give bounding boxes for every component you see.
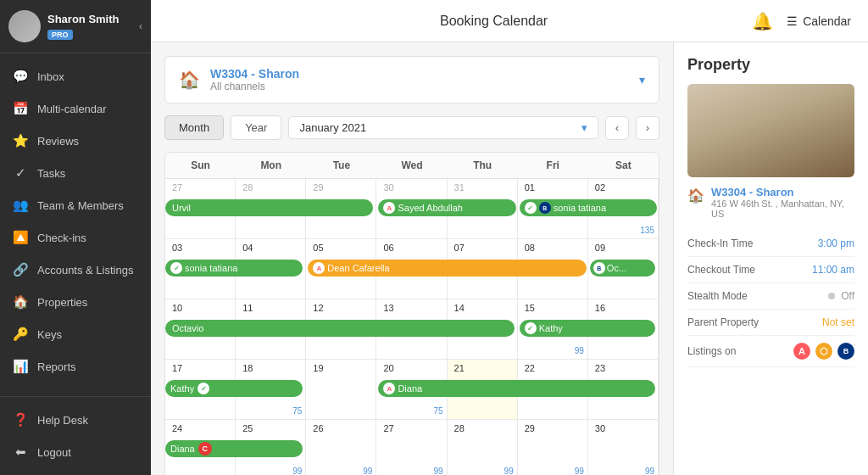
sidebar-item-accounts[interactable]: 🔗 Accounts & Listings bbox=[0, 254, 151, 286]
cal-cell[interactable]: 2075 bbox=[376, 360, 447, 419]
day-header-sun: Sun bbox=[165, 153, 236, 178]
property-selector[interactable]: 🏠 W3304 - Sharon All channels ▾ bbox=[164, 56, 659, 103]
checkout-time-row: Checkout Time 11:00 am bbox=[687, 257, 854, 283]
day-header-fri: Fri bbox=[518, 153, 588, 178]
day-header-wed: Wed bbox=[376, 153, 447, 178]
sidebar-item-keys[interactable]: 🔑 Keys bbox=[0, 318, 151, 350]
cal-cell[interactable]: 07 bbox=[448, 239, 518, 299]
team-icon: 👥 bbox=[12, 197, 29, 214]
sidebar-item-multi-calendar[interactable]: 📅 Multi-calendar bbox=[0, 92, 151, 125]
property-panel-title: Property bbox=[687, 56, 854, 74]
property-panel: Property 🏠 W3304 - Sharon 416 W 46th St.… bbox=[673, 42, 868, 475]
user-badge: PRO bbox=[47, 30, 73, 40]
sidebar-item-tasks[interactable]: ✓ Tasks bbox=[0, 157, 151, 189]
calendar-week-3: 10 11 12 13 14 1599 16 Octavio ✓ Kathy bbox=[165, 299, 659, 360]
cal-cell[interactable]: 12 bbox=[306, 299, 376, 359]
stealth-dot bbox=[828, 293, 835, 299]
sidebar-label-multi-calendar: Multi-calendar bbox=[37, 103, 107, 115]
sidebar-label-properties: Properties bbox=[37, 296, 87, 309]
property-dropdown-arrow[interactable]: ▾ bbox=[639, 73, 645, 87]
cal-cell[interactable]: 11 bbox=[236, 299, 306, 359]
page-title: Booking Calendar bbox=[440, 14, 548, 29]
calendar-week-5: 24 2599 2699 2799 2899 2999 3099 Diana C bbox=[165, 420, 659, 475]
property-info-name[interactable]: W3304 - Sharon bbox=[711, 186, 854, 198]
property-image-placeholder bbox=[687, 84, 854, 177]
avatar bbox=[8, 10, 41, 42]
cal-cell[interactable]: 31 bbox=[448, 179, 518, 238]
properties-icon: 🏠 bbox=[12, 293, 29, 310]
month-label: January 2021 bbox=[299, 121, 366, 134]
cal-cell[interactable]: 22 bbox=[518, 360, 588, 419]
booking-count: 135 bbox=[640, 226, 654, 235]
cal-cell[interactable]: 30 bbox=[376, 179, 447, 238]
accounts-icon: 🔗 bbox=[12, 261, 29, 278]
sidebar-item-properties[interactable]: 🏠 Properties bbox=[0, 286, 151, 318]
cal-cell[interactable]: 13 bbox=[376, 299, 447, 359]
cal-cell[interactable]: 3099 bbox=[588, 420, 659, 475]
cal-cell[interactable]: 06 bbox=[376, 239, 447, 299]
prev-month-button[interactable]: ‹ bbox=[605, 116, 629, 140]
sidebar-item-reports[interactable]: 📊 Reports bbox=[0, 350, 151, 383]
parent-property-label: Parent Property bbox=[687, 316, 759, 328]
cal-cell[interactable]: 16 bbox=[588, 299, 659, 359]
cal-cell[interactable]: 2999 bbox=[518, 420, 588, 475]
cal-cell[interactable]: 01 bbox=[518, 179, 588, 238]
cal-cell[interactable]: 03 bbox=[165, 239, 236, 299]
notifications-icon[interactable]: 🔔 bbox=[752, 11, 773, 31]
calendar-grid: Sun Mon Tue Wed Thu Fri Sat 27 28 29 30 … bbox=[164, 152, 659, 475]
sidebar-label-keys: Keys bbox=[37, 328, 62, 341]
sidebar-label-reports: Reports bbox=[37, 360, 76, 373]
cal-cell[interactable]: 2699 bbox=[306, 420, 376, 475]
tab-month[interactable]: Month bbox=[164, 115, 224, 140]
tab-year[interactable]: Year bbox=[231, 115, 281, 140]
header: Booking Calendar 🔔 ☰ Calendar bbox=[151, 0, 868, 42]
cal-cell[interactable]: 2599 bbox=[236, 420, 306, 475]
sidebar-footer: ❓ Help Desk ⬅ Logout bbox=[0, 396, 151, 475]
day-header-tue: Tue bbox=[306, 153, 376, 178]
sidebar-item-logout[interactable]: ⬅ Logout bbox=[0, 436, 151, 468]
collapse-button[interactable]: ‹ bbox=[139, 20, 142, 32]
sidebar-label-logout: Logout bbox=[37, 446, 71, 459]
cal-cell[interactable]: 23 bbox=[588, 360, 659, 419]
cal-cell[interactable]: 24 bbox=[165, 420, 236, 475]
cal-cell[interactable]: 02135 bbox=[588, 179, 659, 238]
booking-count: 99 bbox=[575, 467, 584, 475]
cal-cell[interactable]: 2899 bbox=[448, 420, 518, 475]
property-info-text: W3304 - Sharon 416 W 46th St. , Manhatta… bbox=[711, 186, 854, 219]
cal-cell[interactable]: 10 bbox=[165, 299, 236, 359]
cal-cell[interactable]: 28 bbox=[236, 179, 306, 238]
sidebar-item-reviews[interactable]: ⭐ Reviews bbox=[0, 125, 151, 157]
sidebar-label-tasks: Tasks bbox=[37, 167, 65, 180]
calendar-icon: 📅 bbox=[12, 100, 29, 117]
cal-cell[interactable]: 19 bbox=[306, 360, 376, 419]
booking-count: 99 bbox=[363, 467, 372, 475]
month-selector[interactable]: January 2021 ▾ bbox=[288, 116, 598, 139]
cal-cell[interactable]: 27 bbox=[165, 179, 236, 238]
cal-cell[interactable]: 08 bbox=[518, 239, 588, 299]
logout-icon: ⬅ bbox=[12, 444, 29, 461]
stealth-label: Stealth Mode bbox=[687, 290, 748, 302]
cal-cell[interactable]: 1599 bbox=[518, 299, 588, 359]
sidebar-label-accounts: Accounts & Listings bbox=[37, 264, 133, 277]
sidebar-item-team[interactable]: 👥 Team & Members bbox=[0, 189, 151, 221]
day-header-mon: Mon bbox=[236, 153, 306, 178]
cal-cell[interactable]: 1875 bbox=[236, 360, 306, 419]
cal-cell[interactable]: 05 bbox=[306, 239, 376, 299]
cal-cell[interactable]: 29 bbox=[306, 179, 376, 238]
home-icon: 🏠 bbox=[179, 70, 200, 90]
calendar-view-button[interactable]: ☰ Calendar bbox=[787, 14, 851, 28]
cal-cell[interactable]: 2799 bbox=[376, 420, 447, 475]
cal-cell[interactable]: 14 bbox=[448, 299, 518, 359]
sidebar-item-checkins[interactable]: 🔼 Check-ins bbox=[0, 221, 151, 254]
checkin-time-row: Check-In Time 3:00 pm bbox=[687, 231, 854, 257]
sidebar-nav: 💬 Inbox 📅 Multi-calendar ⭐ Reviews ✓ Tas… bbox=[0, 53, 151, 396]
sidebar-label-helpdesk: Help Desk bbox=[37, 414, 88, 427]
cal-cell[interactable]: 21 bbox=[448, 360, 518, 419]
next-month-button[interactable]: › bbox=[636, 116, 659, 140]
sidebar-item-inbox[interactable]: 💬 Inbox bbox=[0, 60, 151, 92]
sidebar-item-helpdesk[interactable]: ❓ Help Desk bbox=[0, 404, 151, 436]
cal-cell[interactable]: 17 bbox=[165, 360, 236, 419]
reports-icon: 📊 bbox=[12, 358, 29, 375]
cal-cell[interactable]: 04 bbox=[236, 239, 306, 299]
cal-cell[interactable]: 09 bbox=[588, 239, 659, 299]
